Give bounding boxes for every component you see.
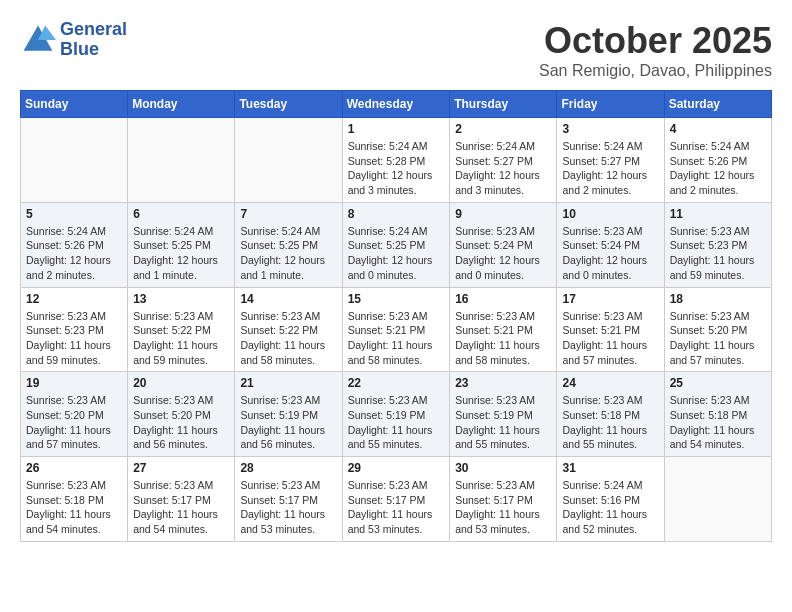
- day-info: Sunrise: 5:24 AM Sunset: 5:25 PM Dayligh…: [240, 224, 336, 283]
- week-row-5: 26Sunrise: 5:23 AM Sunset: 5:18 PM Dayli…: [21, 457, 772, 542]
- calendar-cell: 7Sunrise: 5:24 AM Sunset: 5:25 PM Daylig…: [235, 202, 342, 287]
- calendar-cell: 20Sunrise: 5:23 AM Sunset: 5:20 PM Dayli…: [128, 372, 235, 457]
- day-number: 19: [26, 376, 122, 390]
- day-number: 10: [562, 207, 658, 221]
- calendar-cell: 2Sunrise: 5:24 AM Sunset: 5:27 PM Daylig…: [450, 118, 557, 203]
- day-number: 21: [240, 376, 336, 390]
- weekday-friday: Friday: [557, 91, 664, 118]
- day-number: 22: [348, 376, 445, 390]
- weekday-saturday: Saturday: [664, 91, 771, 118]
- day-number: 2: [455, 122, 551, 136]
- calendar-cell: 27Sunrise: 5:23 AM Sunset: 5:17 PM Dayli…: [128, 457, 235, 542]
- calendar-cell: [235, 118, 342, 203]
- calendar-cell: 14Sunrise: 5:23 AM Sunset: 5:22 PM Dayli…: [235, 287, 342, 372]
- weekday-wednesday: Wednesday: [342, 91, 450, 118]
- day-info: Sunrise: 5:23 AM Sunset: 5:20 PM Dayligh…: [670, 309, 766, 368]
- day-info: Sunrise: 5:24 AM Sunset: 5:27 PM Dayligh…: [455, 139, 551, 198]
- logo-line1: General: [60, 20, 127, 40]
- day-info: Sunrise: 5:24 AM Sunset: 5:28 PM Dayligh…: [348, 139, 445, 198]
- day-number: 16: [455, 292, 551, 306]
- calendar-body: 1Sunrise: 5:24 AM Sunset: 5:28 PM Daylig…: [21, 118, 772, 542]
- day-info: Sunrise: 5:23 AM Sunset: 5:20 PM Dayligh…: [133, 393, 229, 452]
- day-number: 26: [26, 461, 122, 475]
- day-info: Sunrise: 5:23 AM Sunset: 5:17 PM Dayligh…: [240, 478, 336, 537]
- calendar-cell: 10Sunrise: 5:23 AM Sunset: 5:24 PM Dayli…: [557, 202, 664, 287]
- logo: General Blue: [20, 20, 127, 60]
- day-number: 28: [240, 461, 336, 475]
- day-info: Sunrise: 5:23 AM Sunset: 5:21 PM Dayligh…: [348, 309, 445, 368]
- calendar-cell: 12Sunrise: 5:23 AM Sunset: 5:23 PM Dayli…: [21, 287, 128, 372]
- day-number: 4: [670, 122, 766, 136]
- calendar-cell: 15Sunrise: 5:23 AM Sunset: 5:21 PM Dayli…: [342, 287, 450, 372]
- calendar-cell: 23Sunrise: 5:23 AM Sunset: 5:19 PM Dayli…: [450, 372, 557, 457]
- logo-icon: [20, 22, 56, 58]
- calendar-cell: 22Sunrise: 5:23 AM Sunset: 5:19 PM Dayli…: [342, 372, 450, 457]
- calendar-cell: 19Sunrise: 5:23 AM Sunset: 5:20 PM Dayli…: [21, 372, 128, 457]
- day-number: 17: [562, 292, 658, 306]
- day-number: 27: [133, 461, 229, 475]
- day-info: Sunrise: 5:23 AM Sunset: 5:19 PM Dayligh…: [348, 393, 445, 452]
- weekday-header-row: SundayMondayTuesdayWednesdayThursdayFrid…: [21, 91, 772, 118]
- calendar-cell: 30Sunrise: 5:23 AM Sunset: 5:17 PM Dayli…: [450, 457, 557, 542]
- day-info: Sunrise: 5:23 AM Sunset: 5:18 PM Dayligh…: [670, 393, 766, 452]
- calendar-cell: 16Sunrise: 5:23 AM Sunset: 5:21 PM Dayli…: [450, 287, 557, 372]
- calendar-cell: 26Sunrise: 5:23 AM Sunset: 5:18 PM Dayli…: [21, 457, 128, 542]
- week-row-2: 5Sunrise: 5:24 AM Sunset: 5:26 PM Daylig…: [21, 202, 772, 287]
- day-number: 12: [26, 292, 122, 306]
- day-info: Sunrise: 5:23 AM Sunset: 5:17 PM Dayligh…: [348, 478, 445, 537]
- calendar: SundayMondayTuesdayWednesdayThursdayFrid…: [20, 90, 772, 542]
- day-number: 23: [455, 376, 551, 390]
- day-number: 11: [670, 207, 766, 221]
- day-info: Sunrise: 5:23 AM Sunset: 5:24 PM Dayligh…: [562, 224, 658, 283]
- calendar-cell: 8Sunrise: 5:24 AM Sunset: 5:25 PM Daylig…: [342, 202, 450, 287]
- day-info: Sunrise: 5:23 AM Sunset: 5:19 PM Dayligh…: [240, 393, 336, 452]
- day-number: 3: [562, 122, 658, 136]
- day-info: Sunrise: 5:23 AM Sunset: 5:22 PM Dayligh…: [240, 309, 336, 368]
- day-info: Sunrise: 5:24 AM Sunset: 5:25 PM Dayligh…: [133, 224, 229, 283]
- day-info: Sunrise: 5:23 AM Sunset: 5:23 PM Dayligh…: [26, 309, 122, 368]
- logo-text: General Blue: [60, 20, 127, 60]
- week-row-1: 1Sunrise: 5:24 AM Sunset: 5:28 PM Daylig…: [21, 118, 772, 203]
- calendar-cell: 11Sunrise: 5:23 AM Sunset: 5:23 PM Dayli…: [664, 202, 771, 287]
- day-info: Sunrise: 5:23 AM Sunset: 5:19 PM Dayligh…: [455, 393, 551, 452]
- day-info: Sunrise: 5:23 AM Sunset: 5:24 PM Dayligh…: [455, 224, 551, 283]
- calendar-cell: 29Sunrise: 5:23 AM Sunset: 5:17 PM Dayli…: [342, 457, 450, 542]
- day-number: 1: [348, 122, 445, 136]
- day-info: Sunrise: 5:23 AM Sunset: 5:17 PM Dayligh…: [133, 478, 229, 537]
- calendar-cell: 18Sunrise: 5:23 AM Sunset: 5:20 PM Dayli…: [664, 287, 771, 372]
- day-info: Sunrise: 5:23 AM Sunset: 5:18 PM Dayligh…: [562, 393, 658, 452]
- week-row-3: 12Sunrise: 5:23 AM Sunset: 5:23 PM Dayli…: [21, 287, 772, 372]
- day-number: 13: [133, 292, 229, 306]
- day-number: 20: [133, 376, 229, 390]
- day-info: Sunrise: 5:23 AM Sunset: 5:18 PM Dayligh…: [26, 478, 122, 537]
- day-number: 8: [348, 207, 445, 221]
- month-title: October 2025: [539, 20, 772, 62]
- day-number: 6: [133, 207, 229, 221]
- weekday-thursday: Thursday: [450, 91, 557, 118]
- logo-line2: Blue: [60, 40, 127, 60]
- day-number: 18: [670, 292, 766, 306]
- day-number: 15: [348, 292, 445, 306]
- day-number: 7: [240, 207, 336, 221]
- calendar-cell: 31Sunrise: 5:24 AM Sunset: 5:16 PM Dayli…: [557, 457, 664, 542]
- calendar-cell: 9Sunrise: 5:23 AM Sunset: 5:24 PM Daylig…: [450, 202, 557, 287]
- day-info: Sunrise: 5:23 AM Sunset: 5:23 PM Dayligh…: [670, 224, 766, 283]
- weekday-sunday: Sunday: [21, 91, 128, 118]
- day-info: Sunrise: 5:24 AM Sunset: 5:16 PM Dayligh…: [562, 478, 658, 537]
- day-number: 14: [240, 292, 336, 306]
- day-number: 5: [26, 207, 122, 221]
- day-number: 31: [562, 461, 658, 475]
- day-info: Sunrise: 5:24 AM Sunset: 5:26 PM Dayligh…: [670, 139, 766, 198]
- day-number: 30: [455, 461, 551, 475]
- day-info: Sunrise: 5:23 AM Sunset: 5:20 PM Dayligh…: [26, 393, 122, 452]
- day-info: Sunrise: 5:23 AM Sunset: 5:17 PM Dayligh…: [455, 478, 551, 537]
- calendar-cell: 17Sunrise: 5:23 AM Sunset: 5:21 PM Dayli…: [557, 287, 664, 372]
- calendar-cell: 25Sunrise: 5:23 AM Sunset: 5:18 PM Dayli…: [664, 372, 771, 457]
- day-info: Sunrise: 5:23 AM Sunset: 5:21 PM Dayligh…: [562, 309, 658, 368]
- calendar-cell: 6Sunrise: 5:24 AM Sunset: 5:25 PM Daylig…: [128, 202, 235, 287]
- weekday-monday: Monday: [128, 91, 235, 118]
- calendar-cell: 4Sunrise: 5:24 AM Sunset: 5:26 PM Daylig…: [664, 118, 771, 203]
- day-info: Sunrise: 5:23 AM Sunset: 5:22 PM Dayligh…: [133, 309, 229, 368]
- weekday-tuesday: Tuesday: [235, 91, 342, 118]
- week-row-4: 19Sunrise: 5:23 AM Sunset: 5:20 PM Dayli…: [21, 372, 772, 457]
